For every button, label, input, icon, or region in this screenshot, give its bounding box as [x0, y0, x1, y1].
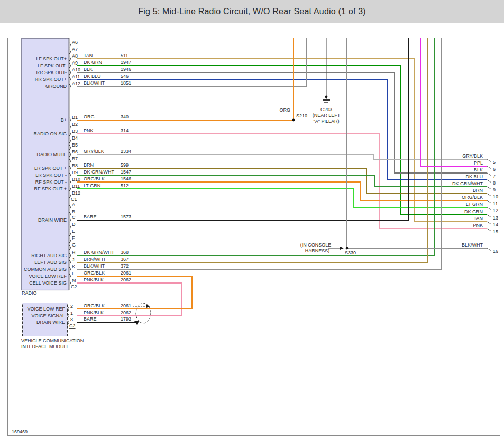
pin-id-radio-B12: B12	[72, 190, 80, 196]
pin-signal-radio-A10: RR SPK OUT-	[36, 70, 67, 75]
wiring-diagram: A6A7A8LF SPK OUT+TAN511A9LF SPK OUT-DK G…	[0, 0, 504, 447]
terminal-number-14: 14	[493, 222, 498, 227]
wire-circuit-label-radio-A8: 511	[121, 53, 128, 58]
wire-color-label-radio-A9: DK GRN	[84, 60, 102, 65]
pin-id-radio-A12: A12	[72, 81, 80, 86]
terminal-wire-label-15: PNK	[473, 223, 483, 228]
connector-section-vcim-C2: C2	[69, 323, 76, 329]
terminal-wire-label-8: DK BLU	[465, 174, 483, 179]
terminal-number-10: 10	[493, 194, 498, 199]
terminal-number-12: 12	[493, 208, 498, 213]
wire-circuit-label-radio-B3: 314	[121, 128, 129, 133]
ground-g203-note-2: "A" PILLAR)	[314, 118, 340, 124]
ground-g203-label: G203	[320, 107, 332, 112]
pin-signal-radio-M: CELL VOICE SIG	[29, 280, 67, 286]
wire-circuit-label-vcim-8: 1792	[121, 316, 131, 322]
pin-id-radio-M: M	[72, 278, 76, 283]
wire-color-label-radio-K: BLK/WHT	[84, 263, 105, 269]
terminal-tick-7	[487, 173, 491, 176]
pin-signal-radio-B8: LR SPK OUT +	[34, 166, 67, 171]
pin-id-radio-A9: A9	[72, 60, 78, 66]
wire-circuit-label-radio-A10: 1946	[121, 67, 131, 72]
terminal-number-11: 11	[493, 201, 498, 206]
terminal-number-6: 6	[493, 167, 496, 172]
wire-color-label-radio-M: PNK/BLK	[84, 277, 104, 282]
ground-dot-g203	[325, 96, 328, 98]
pin-id-radio-A6: A6	[72, 40, 78, 45]
wire-color-label-radio-L: ORG/BLK	[84, 270, 105, 276]
wire-circuit-label-radio-A11: 546	[121, 74, 129, 79]
wire-circuit-label-radio-J: 367	[121, 257, 129, 262]
wire-b6-gryblk-2334	[77, 154, 487, 159]
wire-circuit-label-radio-B1: 340	[121, 114, 129, 120]
terminal-tick-13	[487, 215, 491, 217]
wire-color-label-vcim-2: ORG/BLK	[84, 303, 105, 308]
wire-color-label-radio-C: BARE	[84, 214, 97, 220]
org-riser-label: ORG	[279, 107, 290, 113]
terminal-number-7: 7	[493, 174, 496, 179]
pin-id-radio-B2: B2	[72, 122, 78, 127]
wire-color-label-radio-B6: GRY/BLK	[84, 149, 104, 154]
console-arrow-head	[340, 247, 344, 250]
pin-signal-radio-B11: RF SPK OUT +	[34, 186, 67, 191]
pin-id-radio-B10: B10	[72, 177, 80, 182]
terminal-tick-11	[487, 200, 491, 203]
pin-id-radio-B8: B8	[72, 163, 78, 168]
terminal-number-9: 9	[493, 187, 496, 193]
wire-color-label-vcim-1: PNK/BLK	[84, 310, 104, 315]
wire-color-label-radio-B3: PNK	[84, 128, 94, 133]
splice-s210	[292, 119, 295, 122]
pin-signal-radio-H: RIGHT AUD SIG	[31, 253, 67, 258]
splice-s330-label: S330	[345, 250, 356, 256]
wire-circuit-label-radio-B10: 1546	[121, 176, 131, 181]
terminal-tick-16	[487, 248, 491, 251]
pin-id-radio-J: J	[72, 257, 75, 262]
pin-signal-vcim-8: DRAIN WIRE	[36, 320, 65, 325]
wire-color-label-radio-J: BRN/WHT	[84, 257, 106, 262]
pin-signal-radio-B9: LR SPK OUT -	[35, 172, 67, 178]
wire-a8-tan-511	[77, 59, 487, 222]
pin-signal-radio-A9: LF SPK OUT-	[38, 63, 67, 68]
wire-circuit-label-radio-L: 2061	[121, 270, 131, 276]
terminal-tick-8	[487, 180, 491, 183]
pin-id-radio-A11: A11	[72, 74, 80, 79]
pin-signal-radio-B6: RADIO MUTE	[36, 152, 67, 157]
wire-circuit-label-vcim-1: 2062	[121, 310, 131, 315]
terminal-wire-label-14: TAN	[474, 216, 483, 221]
splice-s210-label: S210	[296, 113, 307, 118]
terminal-number-15: 15	[493, 229, 498, 234]
pin-signal-radio-B3: RADIO ON SIG	[33, 131, 67, 136]
pin-signal-vcim-2: VOICE LOW REF	[27, 306, 65, 312]
wire-circuit-label-radio-B8: 599	[121, 162, 129, 168]
terminal-number-8: 8	[493, 180, 496, 186]
pin-signal-radio-B10: RF SPK OUT -	[35, 179, 67, 185]
ground-g203-note-1: (NEAR LEFT	[313, 113, 341, 118]
terminal-tick-6	[487, 166, 491, 169]
terminal-wire-label-12: LT GRN	[466, 202, 483, 207]
pin-signal-radio-K: COMMON AUD SIG	[24, 267, 67, 272]
splice-s330	[346, 247, 349, 250]
connector-section-radio-C2: C2	[71, 284, 77, 289]
terminal-tick-10	[487, 194, 491, 196]
pin-signal-radio-L: VOICE LOW REF	[29, 273, 67, 279]
wire-circuit-label-radio-C: 1573	[121, 214, 131, 220]
pin-id-radio-D: D	[72, 222, 76, 227]
wire-color-label-radio-B1: ORG	[84, 114, 95, 120]
pin-id-radio-B3: B3	[72, 129, 78, 134]
pin-id-radio-B9: B9	[72, 170, 78, 175]
wire-circuit-label-radio-A12: 1851	[121, 80, 131, 86]
pin-id-vcim-1: 1	[70, 311, 73, 316]
pin-signal-radio-A11: RR SPK OUT+	[35, 77, 67, 82]
terminal-number-16: 16	[493, 249, 498, 254]
wire-circuit-label-vcim-2: 2061	[121, 303, 131, 308]
wire-circuit-label-radio-M: 2062	[121, 277, 131, 282]
console-note-2: HARNESS)	[305, 248, 330, 253]
wire-color-label-radio-A11: DK BLU	[84, 74, 101, 79]
wire-circuit-label-radio-B9: 1547	[121, 169, 131, 175]
wire-circuit-label-radio-K: 372	[121, 263, 129, 269]
terminal-wire-label-16: BLK/WHT	[462, 242, 483, 248]
terminal-number-13: 13	[493, 215, 498, 221]
wire-b8-brn-599	[77, 168, 487, 194]
pin-id-radio-B6: B6	[72, 149, 78, 154]
wire-color-label-radio-B8: BRN	[84, 162, 94, 168]
